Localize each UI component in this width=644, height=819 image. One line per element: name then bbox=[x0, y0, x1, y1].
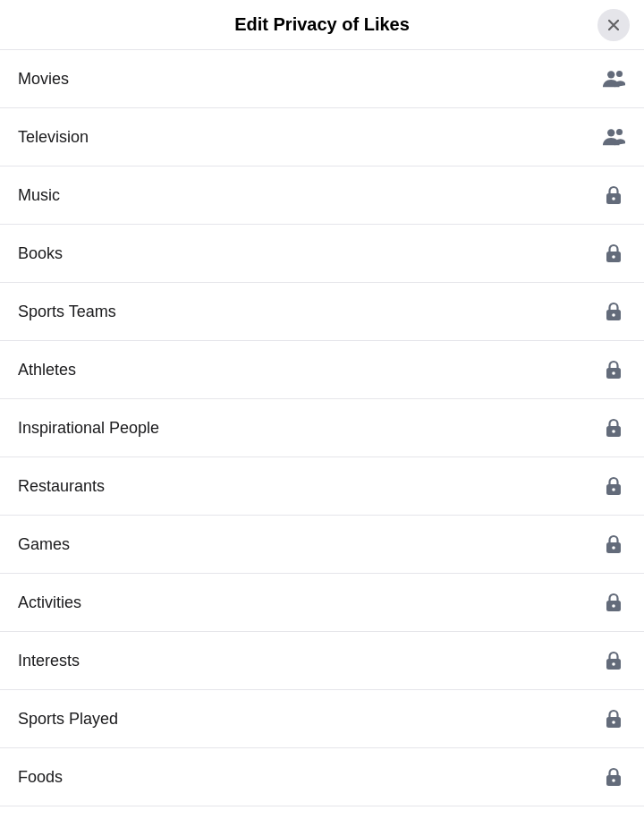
label-activities: Activities bbox=[18, 593, 81, 612]
list-item-sports-teams[interactable]: Sports Teams bbox=[0, 283, 644, 341]
svg-point-0 bbox=[607, 71, 614, 78]
friends-icon bbox=[601, 66, 626, 91]
list-item-music[interactable]: Music bbox=[0, 166, 644, 225]
lock-icon bbox=[601, 764, 626, 789]
list-item-books[interactable]: Books bbox=[0, 225, 644, 283]
list-item-athletes[interactable]: Athletes bbox=[0, 341, 644, 399]
label-foods: Foods bbox=[18, 768, 63, 787]
likes-list: Movies Television Music bbox=[0, 50, 644, 819]
label-music: Music bbox=[18, 186, 60, 205]
list-item-clothing[interactable]: Clothing bbox=[0, 806, 644, 819]
header: Edit Privacy of Likes bbox=[0, 0, 644, 50]
label-sports-teams: Sports Teams bbox=[18, 303, 116, 321]
svg-point-17 bbox=[612, 546, 615, 550]
close-icon bbox=[608, 20, 619, 30]
lock-icon bbox=[601, 706, 626, 731]
svg-point-2 bbox=[607, 129, 614, 136]
lock-icon bbox=[601, 473, 626, 499]
svg-point-13 bbox=[612, 430, 615, 433]
list-item-games[interactable]: Games bbox=[0, 516, 644, 574]
svg-point-25 bbox=[612, 779, 615, 782]
list-item-movies[interactable]: Movies bbox=[0, 50, 644, 108]
label-sports-played: Sports Played bbox=[18, 710, 118, 729]
lock-icon bbox=[601, 532, 626, 557]
label-movies: Movies bbox=[18, 70, 69, 89]
lock-icon bbox=[601, 357, 626, 382]
friends-icon bbox=[601, 124, 626, 149]
close-button[interactable] bbox=[597, 9, 630, 41]
list-item-sports-played[interactable]: Sports Played bbox=[0, 690, 644, 748]
label-books: Books bbox=[18, 244, 63, 263]
list-item-restaurants[interactable]: Restaurants bbox=[0, 457, 644, 516]
svg-point-23 bbox=[612, 721, 615, 724]
lock-icon bbox=[601, 183, 626, 208]
modal-container: Edit Privacy of Likes Movies Television bbox=[0, 0, 644, 819]
lock-icon bbox=[601, 590, 626, 615]
label-inspirational-people: Inspirational People bbox=[18, 419, 159, 438]
lock-icon bbox=[601, 648, 626, 673]
svg-point-11 bbox=[612, 371, 615, 375]
svg-point-19 bbox=[612, 604, 615, 608]
label-restaurants: Restaurants bbox=[18, 477, 105, 496]
svg-point-15 bbox=[612, 488, 615, 491]
list-item-foods[interactable]: Foods bbox=[0, 748, 644, 806]
svg-point-21 bbox=[612, 662, 615, 666]
label-television: Television bbox=[18, 128, 89, 147]
lock-icon bbox=[601, 415, 626, 440]
list-item-activities[interactable]: Activities bbox=[0, 574, 644, 632]
svg-point-5 bbox=[612, 197, 615, 200]
svg-point-3 bbox=[616, 129, 623, 135]
label-athletes: Athletes bbox=[18, 361, 76, 380]
lock-icon bbox=[601, 299, 626, 324]
svg-point-9 bbox=[612, 313, 615, 317]
label-games: Games bbox=[18, 535, 70, 554]
list-item-interests[interactable]: Interests bbox=[0, 632, 644, 690]
list-item-television[interactable]: Television bbox=[0, 108, 644, 166]
svg-point-1 bbox=[616, 71, 623, 77]
list-item-inspirational-people[interactable]: Inspirational People bbox=[0, 399, 644, 457]
page-title: Edit Privacy of Likes bbox=[234, 14, 410, 35]
lock-icon bbox=[601, 241, 626, 266]
svg-point-7 bbox=[612, 255, 615, 259]
label-interests: Interests bbox=[18, 652, 80, 670]
